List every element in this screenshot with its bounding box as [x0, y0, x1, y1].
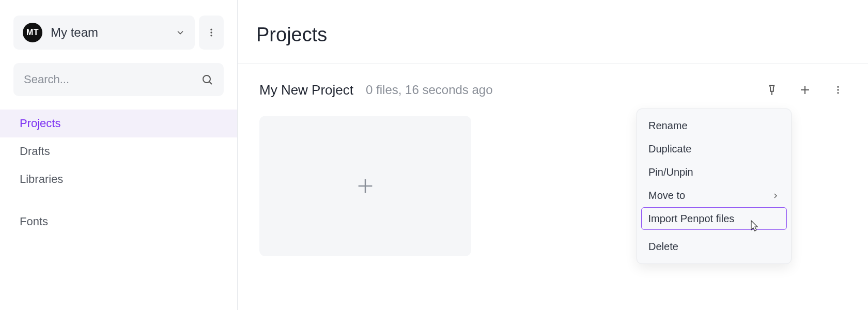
context-menu: Rename Duplicate Pin/Unpin Move to Impor… — [637, 109, 792, 264]
page-title: Projects — [256, 24, 868, 46]
team-more-button[interactable] — [199, 16, 224, 50]
menu-item-label: Rename — [648, 120, 688, 132]
add-file-button[interactable] — [795, 80, 815, 100]
project-meta: 0 files, 16 seconds ago — [366, 83, 749, 97]
svg-point-1 — [210, 32, 212, 33]
plus-icon — [799, 84, 811, 96]
svg-point-3 — [203, 75, 210, 83]
svg-line-4 — [210, 82, 212, 85]
avatar: MT — [23, 23, 42, 42]
pin-icon — [766, 84, 778, 96]
menu-item-duplicate[interactable]: Duplicate — [641, 137, 787, 161]
search-icon — [201, 73, 213, 86]
menu-item-label: Duplicate — [648, 143, 691, 155]
menu-item-delete[interactable]: Delete — [641, 235, 787, 258]
svg-point-0 — [210, 29, 212, 30]
menu-item-label: Move to — [648, 190, 685, 202]
menu-separator — [641, 230, 787, 235]
menu-item-label: Delete — [648, 241, 678, 253]
team-row: MT My team — [13, 16, 224, 50]
team-name: My team — [51, 25, 167, 40]
menu-item-import-penpot-files[interactable]: Import Penpot files — [641, 207, 787, 230]
svg-point-9 — [837, 92, 839, 94]
sidebar-nav: Projects Drafts Libraries Fonts — [0, 110, 237, 236]
project-more-button[interactable] — [828, 80, 848, 100]
new-file-tile[interactable] — [259, 116, 471, 256]
pin-button[interactable] — [762, 80, 782, 100]
sidebar-item-libraries[interactable]: Libraries — [0, 165, 237, 193]
svg-point-8 — [837, 89, 839, 90]
project-name[interactable]: My New Project — [259, 82, 353, 98]
sidebar-item-projects[interactable]: Projects — [0, 110, 237, 137]
search-box[interactable] — [13, 63, 224, 96]
menu-item-label: Pin/Unpin — [648, 166, 693, 178]
sidebar: MT My team Projects Drafts Libraries — [0, 0, 238, 310]
team-selector[interactable]: MT My team — [13, 16, 195, 50]
more-vertical-icon — [833, 85, 843, 95]
search-input[interactable] — [24, 73, 201, 86]
project-row: My New Project 0 files, 16 seconds ago — [238, 64, 868, 110]
sidebar-item-fonts[interactable]: Fonts — [0, 208, 237, 236]
svg-point-2 — [210, 35, 212, 36]
svg-point-7 — [837, 86, 839, 88]
main-header: Projects — [238, 0, 868, 64]
menu-item-rename[interactable]: Rename — [641, 114, 787, 137]
menu-item-move-to[interactable]: Move to — [641, 184, 787, 207]
chevron-down-icon — [175, 27, 185, 38]
menu-item-label: Import Penpot files — [648, 213, 735, 225]
chevron-right-icon — [771, 192, 780, 200]
more-vertical-icon — [206, 27, 216, 38]
sidebar-item-drafts[interactable]: Drafts — [0, 137, 237, 165]
menu-item-pin-unpin[interactable]: Pin/Unpin — [641, 161, 787, 184]
plus-icon — [355, 176, 376, 196]
